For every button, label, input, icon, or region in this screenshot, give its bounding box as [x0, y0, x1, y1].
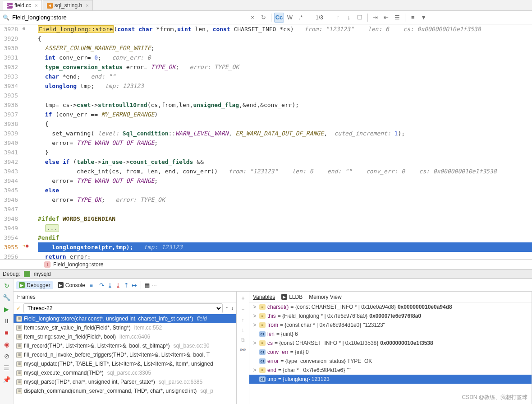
up-icon[interactable]: ↑: [242, 317, 244, 323]
memory-view-tab[interactable]: Memory View: [309, 294, 341, 300]
variable-row[interactable]: >≡ this = {Field_longlong * | 0x7fe6c976…: [249, 311, 532, 320]
line-number-gutter: 3928 3929 3930 3931 3932 3933 3934 3935 …: [0, 24, 22, 259]
next-frame-icon[interactable]: ↓: [231, 305, 234, 311]
watches-icon[interactable]: 👓: [239, 347, 246, 353]
rerun-icon[interactable]: ↻: [3, 282, 11, 290]
resume-icon[interactable]: ▶: [3, 305, 11, 313]
prev-match-icon[interactable]: ↑: [333, 13, 343, 23]
object-icon: ≡: [259, 322, 266, 328]
remove-watch-icon[interactable]: －: [240, 306, 246, 313]
variable-row[interactable]: 01 conv_err = {int} 0: [249, 348, 532, 357]
variable-row[interactable]: 01 error = {type_conversion_status} TYPE…: [249, 357, 532, 366]
next-match-icon[interactable]: ↓: [344, 13, 354, 23]
thread-selector[interactable]: Thread-22: [23, 303, 223, 313]
match-case-toggle[interactable]: Cc: [274, 13, 284, 23]
variable-name: len: [267, 331, 275, 337]
collapse-icon[interactable]: ⊖: [23, 26, 26, 32]
frame-row[interactable]: ☰Field_longlong::store(char const*, unsi…: [14, 314, 236, 323]
debug-target[interactable]: mysqld: [34, 271, 51, 277]
frame-row[interactable]: ☰Item::save_str_value_in_field(Field*, S…: [14, 323, 236, 332]
variable-hex: 0x00007fe6c976f8a0: [369, 313, 421, 319]
frame-row[interactable]: ☰dispatch_command(enum_server_command, T…: [14, 386, 236, 395]
evaluate-icon[interactable]: ▦: [145, 282, 150, 288]
function-icon: f: [44, 261, 50, 268]
debug-label: Debug:: [3, 271, 20, 277]
breadcrumb-text[interactable]: Field_longlong::store: [53, 261, 103, 268]
variable-row[interactable]: 01 len = {uint} 6: [249, 330, 532, 339]
expand-icon[interactable]: >: [252, 304, 257, 310]
frame-row[interactable]: ☰Item_string::save_in_field(Field*, bool…: [14, 332, 236, 341]
recent-searches-icon[interactable]: ↻: [258, 13, 268, 23]
expand-icon[interactable]: >: [252, 313, 257, 319]
settings-icon[interactable]: ≡: [408, 13, 418, 23]
close-icon[interactable]: ×: [86, 3, 88, 8]
code-area[interactable]: Field_longlong::store(const char *from,u…: [35, 24, 532, 259]
cpp-file-icon: C++: [7, 3, 13, 9]
tab-sql-string-h[interactable]: H sql_string.h ×: [43, 0, 93, 10]
code-editor[interactable]: 3928 3929 3930 3931 3932 3933 3934 3935 …: [0, 24, 532, 259]
new-watch-icon[interactable]: ＋: [240, 294, 246, 302]
view-breakpoints-icon[interactable]: ◉: [3, 340, 11, 348]
regex-toggle[interactable]: .*: [296, 13, 306, 23]
copy-icon[interactable]: ⧉: [241, 337, 245, 343]
frame-row[interactable]: ☰fill_record_n_invoke_before_triggers(TH…: [14, 350, 236, 359]
pin-icon[interactable]: 📌: [3, 376, 11, 384]
variables-tab[interactable]: Variables: [253, 294, 275, 300]
breakpoint-icon[interactable]: ➔●: [23, 243, 28, 249]
step-out-icon[interactable]: ⤒: [124, 282, 129, 289]
h-file-icon: H: [47, 3, 53, 9]
tab-field-cc[interactable]: C++ field.cc ×: [3, 0, 42, 10]
pause-icon[interactable]: ⏸: [3, 317, 11, 325]
search-icon: 🔍: [3, 14, 9, 21]
lldb-tab[interactable]: ▶LLDB: [281, 294, 303, 300]
show-usages-icon[interactable]: ☰: [392, 13, 402, 23]
clear-search-icon[interactable]: ×: [248, 13, 257, 23]
variable-row[interactable]: 01 tmp = {ulonglong} 123123: [249, 375, 532, 384]
prev-frame-icon[interactable]: ↑: [225, 305, 228, 311]
frames-list[interactable]: ☰Field_longlong::store(char const*, unsi…: [14, 314, 236, 404]
frame-location: sql_p: [200, 388, 213, 394]
add-selection-icon[interactable]: ⇥: [371, 13, 381, 23]
variable-value: = {ulonglong} 123123: [278, 376, 330, 382]
primitive-icon: 01: [259, 331, 266, 337]
frame-signature: mysql_update(THD*, TABLE_LIST*, List<Ite…: [24, 361, 213, 367]
select-all-icon[interactable]: ☐: [355, 13, 365, 23]
frame-icon: ☰: [16, 361, 22, 367]
variable-row[interactable]: >≡ from = {const char * | 0x7fe6c984d1e0…: [249, 320, 532, 330]
variable-row[interactable]: >≡ cs = {const CHARSET_INFO * | 0x10e1f3…: [249, 339, 532, 348]
variable-name: this: [267, 313, 276, 319]
down-icon[interactable]: ↓: [242, 327, 244, 333]
frame-location: sql_base.cc:90: [173, 343, 209, 349]
whole-word-toggle[interactable]: W: [285, 13, 295, 23]
frame-row[interactable]: ☰fill_record(THD*, List<Item>&, List<Ite…: [14, 341, 236, 350]
expand-icon[interactable]: >: [252, 367, 257, 373]
frame-signature: fill_record_n_invoke_before_triggers(THD…: [24, 352, 210, 358]
variable-row[interactable]: >≡ charset() = {const CHARSET_INFO * | 0…: [249, 302, 532, 311]
layout-icon[interactable]: ☰: [3, 364, 11, 372]
select-occurrences-icon[interactable]: ⇤: [381, 13, 391, 23]
close-icon[interactable]: ×: [35, 3, 37, 8]
more-icon[interactable]: ⋯: [151, 282, 157, 288]
threads-icon[interactable]: ≡: [90, 282, 93, 288]
step-over-icon[interactable]: ⤓: [107, 282, 113, 289]
debug-tool-window: ↻ 🔧 ▶ ⏸ ■ ◉ ⊘ ☰ 📌 ▶ Debugger ▶ Console ≡…: [0, 279, 532, 404]
frame-row[interactable]: ☰mysql_update(THD*, TABLE_LIST*, List<It…: [14, 359, 236, 368]
stop-icon[interactable]: ■: [3, 329, 11, 337]
expand-icon[interactable]: >: [252, 322, 257, 328]
frames-pane: Frames ✓ Thread-22 ↑ ↓ ☰Field_longlong::…: [14, 292, 237, 404]
show-execution-point-icon[interactable]: ↷: [99, 282, 105, 289]
step-into-icon[interactable]: ⤓: [115, 282, 121, 289]
run-to-cursor-icon[interactable]: ↦: [132, 282, 137, 289]
filter-icon[interactable]: ▼: [419, 13, 429, 23]
variable-row[interactable]: >≡ end = {char * | 0x7fe6c984d1e6} "": [249, 366, 532, 375]
frame-row[interactable]: ☰mysql_execute_command(THD*)sql_parse.cc…: [14, 368, 236, 377]
mute-breakpoints-icon[interactable]: ⊘: [3, 352, 11, 360]
expand-icon[interactable]: >: [252, 340, 257, 346]
debugger-tab[interactable]: ▶ Debugger: [16, 281, 53, 289]
console-tab[interactable]: ▶ Console: [55, 281, 88, 289]
variables-list[interactable]: >≡ charset() = {const CHARSET_INFO * | 0…: [249, 302, 532, 404]
frame-row[interactable]: ☰mysql_parse(THD*, char*, unsigned int, …: [14, 377, 236, 386]
frame-icon: ☰: [16, 379, 22, 385]
settings-wrench-icon[interactable]: 🔧: [3, 293, 11, 302]
search-input[interactable]: [12, 13, 247, 23]
